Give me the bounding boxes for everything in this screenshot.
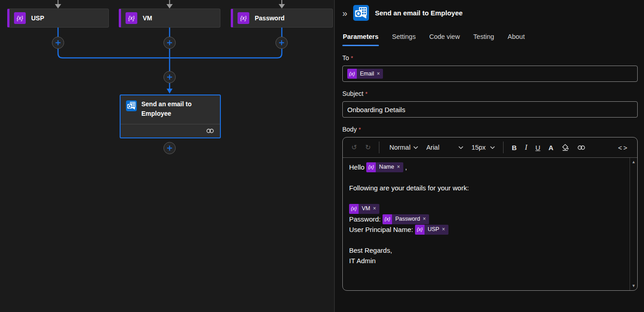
- variable-icon: {x}: [238, 12, 249, 24]
- code-view-toggle-button[interactable]: <>: [616, 142, 631, 153]
- link-icon: [577, 145, 586, 150]
- node-usp[interactable]: {x} USP: [7, 9, 109, 28]
- font-family-dropdown[interactable]: Arial: [424, 142, 466, 153]
- scroll-down-icon[interactable]: ▼: [632, 284, 636, 288]
- body-field-label: Body*: [342, 125, 638, 133]
- node-send-email[interactable]: Send an email to Employee: [120, 95, 221, 138]
- redo-button[interactable]: ↻: [363, 142, 373, 153]
- tab-testing[interactable]: Testing: [473, 31, 495, 46]
- token-label: VM: [362, 204, 370, 214]
- remove-token-icon[interactable]: ×: [397, 162, 400, 172]
- font-color-button[interactable]: A: [546, 142, 555, 153]
- variable-icon: {x}: [349, 204, 359, 214]
- workflow-canvas[interactable]: {x} USP {x} VM {x} Password: [0, 0, 334, 312]
- highlight-color-button[interactable]: [559, 142, 571, 153]
- subject-field-label: Subject*: [342, 90, 638, 98]
- connection-icon[interactable]: [206, 128, 215, 133]
- body-rich-text-editor: ↺ ↻ Normal Arial 15px: [342, 137, 638, 291]
- plus-icon: [167, 145, 173, 151]
- body-content-editable[interactable]: Hello {x} Name× , Following are your det…: [343, 158, 637, 290]
- tab-code-view[interactable]: Code view: [429, 31, 460, 46]
- plus-icon: [279, 40, 285, 46]
- underline-button[interactable]: U: [533, 142, 543, 153]
- panel-title: Send an email to Employee: [375, 9, 462, 17]
- token-label: USP: [428, 225, 439, 235]
- required-asterisk: *: [351, 55, 353, 61]
- outlook-icon: [353, 5, 369, 21]
- to-field-label: To*: [342, 54, 638, 62]
- tab-parameters[interactable]: Parameters: [342, 31, 379, 46]
- insert-action-button[interactable]: [163, 37, 176, 49]
- body-line: User Principal Name: {x} USP×: [349, 224, 624, 235]
- insert-action-button[interactable]: [163, 142, 176, 154]
- scroll-up-icon[interactable]: ▲: [632, 160, 636, 164]
- body-line: Best Regards,: [349, 245, 624, 255]
- insert-action-button[interactable]: [275, 37, 288, 49]
- body-field-group: Body* ↺ ↻ Normal Arial: [342, 125, 638, 291]
- plus-icon: [167, 74, 173, 80]
- undo-icon: ↺: [351, 143, 357, 151]
- token-label: Password: [395, 214, 420, 224]
- variable-icon: {x}: [383, 214, 392, 224]
- password-token[interactable]: {x} Password×: [383, 214, 429, 224]
- remove-token-icon[interactable]: ×: [377, 71, 380, 77]
- plus-icon: [167, 40, 173, 46]
- undo-button[interactable]: ↺: [349, 142, 359, 153]
- highlight-icon: [561, 144, 569, 151]
- variable-icon: {x}: [347, 69, 357, 79]
- variable-icon: {x}: [14, 12, 26, 24]
- usp-token[interactable]: {x} USP×: [415, 225, 448, 235]
- body-line: Password: {x} Password×: [349, 214, 624, 224]
- action-node-footer: [121, 124, 220, 137]
- body-blank-line: [349, 235, 624, 245]
- insert-action-button[interactable]: [52, 37, 64, 49]
- vm-token[interactable]: {x} VM×: [349, 204, 379, 214]
- subject-field-group: Subject* Onboarding Details: [342, 90, 638, 118]
- tab-about[interactable]: About: [507, 31, 525, 46]
- font-size-dropdown[interactable]: 15px: [469, 142, 497, 153]
- italic-button[interactable]: I: [523, 142, 529, 153]
- collapse-panel-icon[interactable]: »: [342, 9, 347, 18]
- subject-value: Onboarding Details: [347, 106, 405, 113]
- insert-link-button[interactable]: [575, 143, 588, 152]
- node-label: USP: [31, 14, 44, 22]
- to-input[interactable]: {x} Email×: [342, 66, 638, 82]
- action-node-title: Send an email to Employee: [141, 99, 191, 120]
- bold-button[interactable]: B: [509, 142, 519, 153]
- insert-action-button[interactable]: [163, 71, 176, 83]
- required-asterisk: *: [365, 90, 368, 97]
- paragraph-style-dropdown[interactable]: Normal: [387, 142, 420, 153]
- to-field-group: To* {x} Email×: [342, 54, 638, 82]
- variable-icon: {x}: [126, 12, 137, 24]
- redo-icon: ↻: [365, 143, 371, 151]
- node-vm[interactable]: {x} VM: [119, 9, 220, 28]
- email-token[interactable]: {x} Email×: [347, 69, 383, 79]
- body-scrollbar[interactable]: ▲ ▼: [630, 158, 637, 290]
- remove-token-icon[interactable]: ×: [423, 214, 426, 224]
- toolbar-divider: [503, 142, 504, 153]
- variable-icon: {x}: [366, 162, 376, 172]
- chevron-down-icon: [458, 146, 463, 149]
- outlook-icon: [126, 100, 137, 111]
- variable-icon: {x}: [415, 225, 425, 235]
- node-password[interactable]: {x} Password: [231, 9, 333, 28]
- required-asterisk: *: [359, 126, 361, 133]
- node-label: VM: [143, 14, 152, 22]
- tab-settings[interactable]: Settings: [392, 31, 416, 46]
- panel-tabs: Parameters Settings Code view Testing Ab…: [342, 31, 638, 46]
- remove-token-icon[interactable]: ×: [442, 225, 445, 235]
- token-label: Email: [360, 71, 374, 77]
- name-token[interactable]: {x} Name×: [366, 162, 403, 172]
- chevron-down-icon: [490, 146, 495, 149]
- plus-icon: [55, 40, 61, 46]
- body-line: Hello {x} Name× ,: [349, 162, 624, 172]
- token-label: Name: [379, 162, 394, 172]
- action-panel: » Send an email to Employee Parameters S…: [334, 0, 644, 312]
- action-node-main: Send an email to Employee: [121, 95, 220, 124]
- remove-token-icon[interactable]: ×: [373, 204, 376, 214]
- subject-input[interactable]: Onboarding Details: [342, 101, 638, 118]
- body-line: IT Admin: [349, 255, 624, 266]
- body-blank-line: [349, 172, 624, 183]
- body-line: {x} VM×: [349, 203, 624, 214]
- chevron-down-icon: [413, 146, 418, 149]
